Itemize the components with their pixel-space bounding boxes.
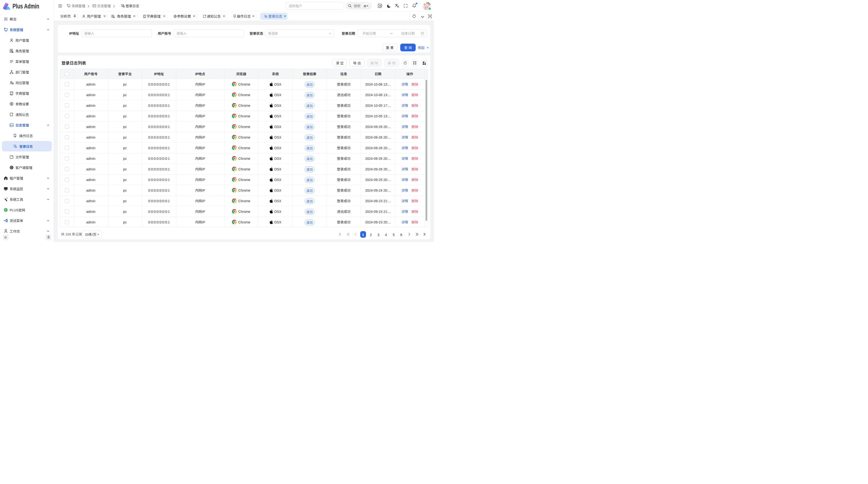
svg-text:DEV: DEV: [10, 124, 13, 126]
svg-text:DEV: DEV: [93, 5, 95, 6]
